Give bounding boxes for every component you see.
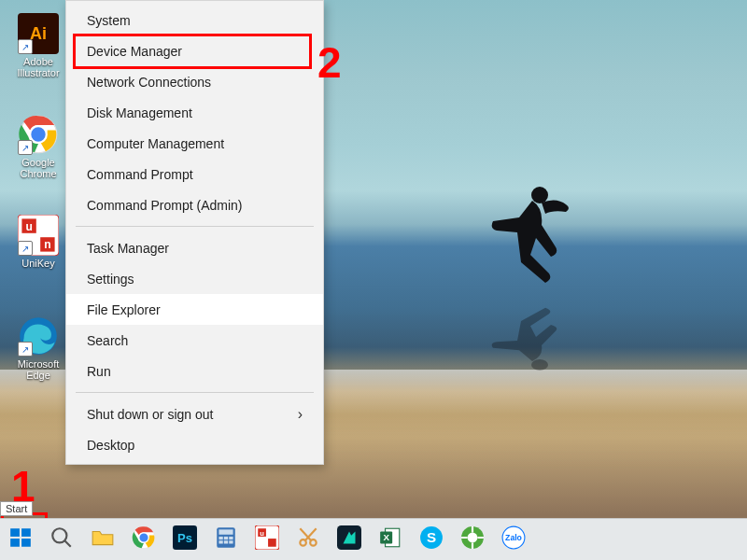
wallpaper-runner xyxy=(476,182,588,397)
svg-text:S: S xyxy=(427,529,436,545)
svg-point-0 xyxy=(531,187,548,203)
menu-item-network-connections[interactable]: Network Connections xyxy=(66,66,323,97)
menu-item-label: Device Manager xyxy=(87,44,182,59)
menu-item-label: System xyxy=(87,13,131,28)
chrome-icon xyxy=(132,525,156,553)
menu-separator xyxy=(76,392,314,393)
snip-icon xyxy=(296,525,320,553)
taskbar-chrome[interactable] xyxy=(125,521,162,558)
menu-item-shut-down-or-sign-out[interactable]: Shut down or sign out› xyxy=(66,399,323,429)
svg-rect-30 xyxy=(224,540,228,543)
menu-item-label: Computer Management xyxy=(87,136,224,151)
taskbar-photoshop[interactable]: Ps xyxy=(166,521,204,558)
svg-rect-26 xyxy=(218,537,222,539)
shortcut-arrow-icon: ↗ xyxy=(18,241,33,256)
svg-rect-27 xyxy=(224,537,228,539)
svg-text:u: u xyxy=(25,220,32,233)
menu-item-label: Command Prompt (Admin) xyxy=(87,198,243,213)
menu-item-device-manager[interactable]: Device Manager xyxy=(66,35,323,66)
menu-item-command-prompt-admin-[interactable]: Command Prompt (Admin) xyxy=(66,189,323,220)
menu-item-disk-management[interactable]: Disk Management xyxy=(66,97,323,128)
svg-rect-28 xyxy=(229,537,233,539)
svg-rect-15 xyxy=(21,539,31,547)
svg-text:Zalo: Zalo xyxy=(505,533,522,542)
svg-rect-35 xyxy=(268,539,276,547)
svg-rect-12 xyxy=(10,528,20,537)
shortcut-arrow-icon: ↗ xyxy=(18,39,33,54)
menu-item-file-explorer[interactable]: File Explorer xyxy=(66,294,323,325)
svg-point-45 xyxy=(468,533,478,543)
skype-icon: S xyxy=(419,525,444,553)
filmora-icon xyxy=(337,525,361,553)
menu-item-label: Settings xyxy=(87,272,134,287)
svg-text:Ps: Ps xyxy=(177,531,192,545)
search-icon xyxy=(49,525,74,553)
coccoc-icon xyxy=(460,525,485,553)
svg-text:X: X xyxy=(383,532,389,542)
svg-point-16 xyxy=(52,528,66,542)
menu-item-label: File Explorer xyxy=(87,302,161,317)
windows-icon xyxy=(8,525,33,553)
start-tooltip: Start xyxy=(0,501,33,516)
annotation-number-2: 2 xyxy=(317,37,342,88)
menu-item-settings[interactable]: Settings xyxy=(66,263,323,294)
menu-item-label: Command Prompt xyxy=(87,167,193,182)
svg-line-17 xyxy=(64,540,71,547)
svg-text:u: u xyxy=(260,529,264,538)
svg-rect-14 xyxy=(10,539,20,547)
desktop-icon-label: Adobe Illustrator xyxy=(13,56,63,78)
taskbar-coccoc[interactable] xyxy=(454,521,491,558)
taskbar: PsuXSZalo xyxy=(0,518,747,560)
zalo-icon: Zalo xyxy=(501,525,526,553)
svg-point-1 xyxy=(531,359,548,371)
shortcut-arrow-icon: ↗ xyxy=(18,342,33,357)
taskbar-calculator[interactable] xyxy=(207,521,245,558)
menu-item-label: Network Connections xyxy=(87,75,211,90)
chevron-right-icon: › xyxy=(298,406,303,423)
svg-rect-31 xyxy=(229,540,233,543)
menu-item-label: Search xyxy=(87,333,128,348)
menu-item-label: Shut down or sign out xyxy=(87,407,213,422)
winx-context-menu: SystemDevice ManagerNetwork ConnectionsD… xyxy=(65,0,324,465)
calc-icon xyxy=(214,525,238,553)
menu-item-computer-management[interactable]: Computer Management xyxy=(66,128,323,159)
menu-item-system[interactable]: System xyxy=(66,5,323,35)
desktop-icon-microsoft-edge[interactable]: ↗Microsoft Edge xyxy=(13,315,63,381)
svg-rect-13 xyxy=(21,528,31,537)
menu-item-label: Run xyxy=(87,364,111,379)
svg-rect-29 xyxy=(218,540,222,543)
taskbar-zalo[interactable]: Zalo xyxy=(495,521,532,558)
taskbar-filmora[interactable] xyxy=(331,521,368,558)
menu-item-search[interactable]: Search xyxy=(66,325,323,356)
shortcut-arrow-icon: ↗ xyxy=(18,140,33,155)
desktop-icon-adobe-illustrator[interactable]: Ai↗Adobe Illustrator xyxy=(13,13,63,78)
folder-icon xyxy=(91,525,115,553)
taskbar-unikey[interactable]: u xyxy=(248,521,286,558)
desktop-icon-label: Google Chrome xyxy=(13,157,63,179)
menu-separator xyxy=(76,226,314,227)
svg-text:n: n xyxy=(44,238,50,251)
taskbar-file-explorer[interactable] xyxy=(84,521,121,558)
unikey-icon: u xyxy=(255,525,279,553)
taskbar-snip[interactable] xyxy=(289,521,327,558)
desktop-icon-unikey[interactable]: un↗UniKey xyxy=(13,215,63,269)
menu-item-label: Desktop xyxy=(87,438,134,453)
desktop-icon-label: UniKey xyxy=(13,258,63,269)
desktop-icon-label: Microsoft Edge xyxy=(13,358,63,381)
menu-item-label: Task Manager xyxy=(87,241,169,256)
excel-icon: X xyxy=(378,525,402,553)
menu-item-run[interactable]: Run xyxy=(66,356,323,386)
menu-item-command-prompt[interactable]: Command Prompt xyxy=(66,159,323,189)
menu-item-task-manager[interactable]: Task Manager xyxy=(66,232,323,263)
ps-icon: Ps xyxy=(173,525,197,553)
desktop-icon-google-chrome[interactable]: ↗Google Chrome xyxy=(13,114,63,179)
taskbar-start[interactable] xyxy=(2,521,39,558)
menu-item-desktop[interactable]: Desktop xyxy=(66,429,323,460)
svg-rect-25 xyxy=(218,529,233,534)
taskbar-search[interactable] xyxy=(43,521,80,558)
taskbar-excel[interactable]: X xyxy=(372,521,409,558)
menu-item-label: Disk Management xyxy=(87,105,192,120)
taskbar-skype[interactable]: S xyxy=(413,521,450,558)
